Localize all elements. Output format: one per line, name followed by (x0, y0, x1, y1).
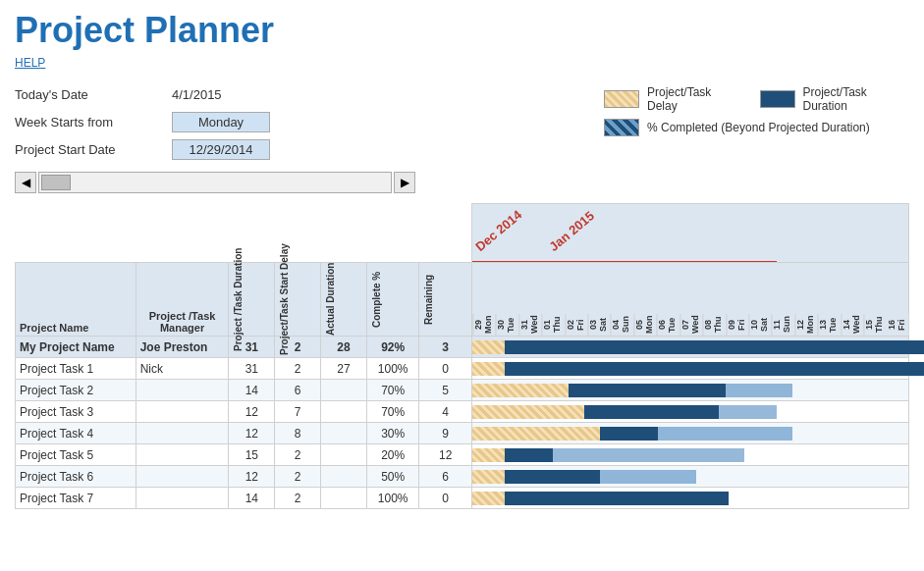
cell-project-name: My Project Name (16, 337, 136, 358)
gantt-delay-bar (472, 384, 569, 397)
today-value: 4/1/2015 (172, 87, 222, 102)
cell-manager (136, 401, 229, 423)
scrollbar: ◀ ▶ (15, 172, 909, 193)
cell-actual (321, 423, 367, 444)
cell-duration: 12 (229, 401, 275, 423)
gantt-remaining-bar (719, 405, 777, 419)
cell-complete: 50% (366, 466, 419, 488)
cell-delay: 2 (275, 358, 321, 380)
col-delay-header: Project/Task Start Delay (275, 263, 321, 337)
cell-delay: 2 (275, 444, 321, 466)
gantt-done-bar (505, 492, 729, 505)
cell-complete: 70% (366, 380, 419, 401)
cell-project-name: Project Task 7 (16, 488, 136, 509)
start-label: Project Start Date (15, 142, 172, 157)
gantt-done-bar (600, 427, 658, 441)
scroll-thumb[interactable] (41, 175, 71, 190)
table-row: Project Task 214670%5 (16, 380, 909, 401)
gantt-delay-bar (472, 470, 505, 484)
gantt-done-bar (505, 340, 924, 354)
gantt-remaining-bar (726, 384, 793, 397)
cell-manager (136, 488, 229, 509)
table-row: Project Task 515220%12 (16, 444, 909, 466)
cell-project-name: Project Task 2 (16, 380, 136, 401)
cell-complete: 92% (366, 337, 419, 358)
gantt-done-bar (505, 470, 601, 484)
gantt-remaining-bar (658, 427, 792, 441)
help-link[interactable]: HELP (15, 56, 45, 70)
gantt-done-bar (584, 405, 719, 419)
cell-manager: Nick (136, 358, 229, 380)
scroll-right-button[interactable]: ▶ (394, 172, 415, 193)
cell-remaining: 4 (419, 401, 472, 423)
cell-project-name: Project Task 5 (16, 444, 136, 466)
cell-gantt (471, 380, 908, 401)
cell-project-name: Project Task 6 (16, 466, 136, 488)
table-row: Project Task 1Nick31227100%0 (16, 358, 909, 380)
cell-remaining: 5 (419, 380, 472, 401)
cell-project-name: Project Task 3 (16, 401, 136, 423)
legend-panel: Project/Task Delay Project/Task Duration… (604, 85, 909, 136)
legend-beyond-label: % Completed (Beyond Projected Duration) (647, 121, 870, 134)
table-row: Project Task 612250%6 (16, 466, 909, 488)
cell-manager (136, 466, 229, 488)
today-label: Today's Date (15, 87, 172, 102)
cell-manager (136, 380, 229, 401)
cell-complete: 30% (366, 423, 419, 444)
cell-remaining: 0 (419, 488, 472, 509)
cell-actual (321, 444, 367, 466)
gantt-remaining-bar (553, 448, 745, 462)
cell-gantt (471, 358, 908, 380)
legend-delay-icon (604, 90, 639, 108)
info-panel: Today's Date 4/1/2015 Week Starts from M… (15, 81, 388, 164)
gantt-done-bar (569, 384, 726, 397)
cell-delay: 2 (275, 488, 321, 509)
col-remaining-header: Remaining (419, 263, 472, 337)
cell-actual (321, 488, 367, 509)
cell-complete: 20% (366, 444, 419, 466)
col-manager-header: Project /Task Manager (136, 263, 229, 337)
week-value[interactable]: Monday (172, 112, 270, 132)
cell-actual: 28 (321, 337, 367, 358)
cell-gantt (471, 423, 908, 444)
cell-delay: 7 (275, 401, 321, 423)
cell-duration: 14 (229, 488, 275, 509)
week-label: Week Starts from (15, 115, 172, 130)
gantt-delay-bar (472, 405, 584, 419)
cell-duration: 12 (229, 466, 275, 488)
gantt-done-bar (505, 362, 924, 376)
col-complete-header: Complete % (366, 263, 419, 337)
gantt-delay-bar (472, 448, 505, 462)
cell-delay: 6 (275, 380, 321, 401)
gantt-delay-bar (472, 492, 505, 505)
legend-duration-label: Project/Task Duration (803, 85, 909, 113)
cell-actual (321, 466, 367, 488)
date-header-row: Project Name Project /Task Manager Proje… (16, 263, 909, 337)
cell-gantt (471, 444, 908, 466)
table-row: Project Task 412830%9 (16, 423, 909, 444)
col-duration-header: Project /Task Duration (229, 263, 275, 337)
cell-gantt (471, 337, 908, 358)
legend-duration-icon (760, 90, 795, 108)
cell-complete: 100% (366, 358, 419, 380)
start-value[interactable]: 12/29/2014 (172, 139, 270, 160)
scroll-left-button[interactable]: ◀ (15, 172, 36, 193)
cell-remaining: 6 (419, 466, 472, 488)
cell-delay: 2 (275, 466, 321, 488)
cell-remaining: 9 (419, 423, 472, 444)
cell-remaining: 3 (419, 337, 472, 358)
cell-project-name: Project Task 1 (16, 358, 136, 380)
gantt-remaining-bar (600, 470, 696, 484)
cell-duration: 14 (229, 380, 275, 401)
col-gantt-header: 29 Mon 30 Tue 31 Wed 01 Thu 02 Fri 03 Sa… (471, 263, 908, 337)
col-project-name-header: Project Name (16, 263, 136, 337)
cell-remaining: 0 (419, 358, 472, 380)
cell-manager (136, 444, 229, 466)
cell-manager (136, 423, 229, 444)
cell-duration: 15 (229, 444, 275, 466)
scroll-track[interactable] (38, 172, 392, 193)
cell-delay: 8 (275, 423, 321, 444)
project-table: Dec 2014 Jan 2015 Project Name Project /… (15, 203, 909, 509)
cell-project-name: Project Task 4 (16, 423, 136, 444)
gantt-done-bar (505, 448, 553, 462)
